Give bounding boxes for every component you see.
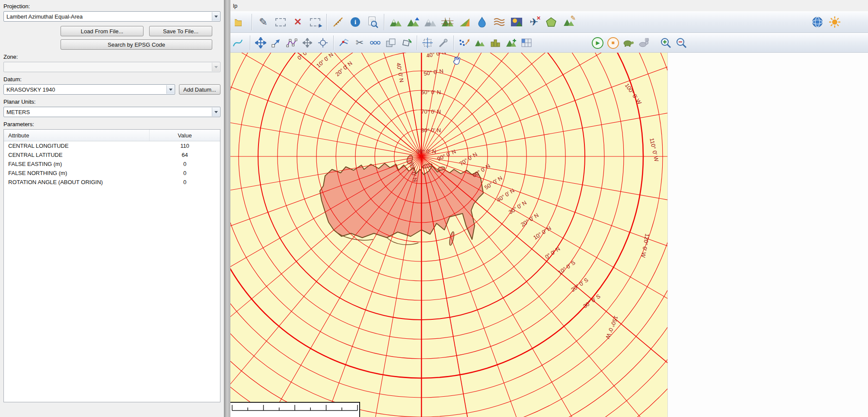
table-row[interactable]: FALSE EASTING (m)0 xyxy=(4,159,220,169)
raster-select-icon[interactable] xyxy=(519,35,534,50)
planar-units-select[interactable]: METERS xyxy=(3,107,220,117)
toolbar-separator xyxy=(252,14,252,30)
datum-label: Datum: xyxy=(3,76,220,83)
main-application: lp ✎✕➤i✈✕✎ ✂▶■ 40° 0' N50° 0' N60° 0' N7… xyxy=(230,0,868,417)
table-row[interactable]: ROTATION ANGLE (ABOUT ORIGIN)0 xyxy=(4,178,220,187)
snap-vertex-icon[interactable] xyxy=(316,35,330,50)
toolbar-separator xyxy=(333,35,334,50)
param-attribute: ROTATION ANGLE (ABOUT ORIGIN) xyxy=(4,178,150,187)
projection-value: Lambert Azimuthal Equal-Area xyxy=(6,13,83,20)
search-epsg-button[interactable]: Search by EPSG Code xyxy=(61,39,212,50)
projection-dialog: Projection: Lambert Azimuthal Equal-Area… xyxy=(0,0,224,417)
parameters-table: Attribute Value CENTRAL LONGITUDE110CENT… xyxy=(3,129,220,402)
digitizer-pencil-icon[interactable]: ✎ xyxy=(255,14,271,30)
param-attribute: FALSE EASTING (m) xyxy=(4,159,150,169)
meridian-line xyxy=(230,53,644,417)
load-from-file-button[interactable]: Load From File... xyxy=(61,26,144,36)
terrain-paint-icon[interactable]: ✎ xyxy=(560,14,577,30)
map-view[interactable]: 40° 0' N50° 0' N60° 0' N70° 0' N80° 0' N… xyxy=(230,53,667,417)
night-view-icon[interactable] xyxy=(844,14,860,30)
graticule-svg xyxy=(230,53,667,417)
column-header-value: Value xyxy=(150,130,220,141)
delete-selected-icon[interactable]: ✕ xyxy=(290,14,306,30)
workspace: 40° 0' N50° 0' N60° 0' N70° 0' N80° 0' N… xyxy=(230,53,868,417)
contour-lines-icon[interactable] xyxy=(491,14,507,30)
projection-select[interactable]: Lambert Azimuthal Equal-Area xyxy=(3,11,220,22)
viewshed-icon[interactable] xyxy=(508,14,525,30)
toolbar-separator xyxy=(326,14,327,30)
toolbar-separator xyxy=(417,35,417,50)
toolbar-separator xyxy=(453,35,454,50)
datum-value: KRASOVSKY 1940 xyxy=(6,86,55,93)
planar-units-label: Planar Units: xyxy=(3,98,220,106)
move-vertex-icon[interactable] xyxy=(269,35,284,50)
globe-view-icon[interactable] xyxy=(809,14,826,30)
area-polygon-icon[interactable] xyxy=(543,14,559,30)
datum-select[interactable]: KRASOVSKY 1940 xyxy=(3,84,175,95)
join-lines-icon[interactable] xyxy=(337,35,351,50)
toolbar-separator xyxy=(384,14,384,30)
toolbar-separator xyxy=(250,35,250,50)
rotate-feature-icon[interactable] xyxy=(399,35,414,50)
watershed-icon[interactable] xyxy=(474,14,490,30)
pin-tool-icon[interactable] xyxy=(436,35,450,50)
folder-partial-icon[interactable] xyxy=(232,14,249,30)
terrain-stamp-icon[interactable] xyxy=(504,35,518,50)
split-line-icon[interactable]: ✂ xyxy=(352,35,367,50)
table-row[interactable]: FALSE NORTHING (m)0 xyxy=(4,169,220,178)
measure-icon[interactable] xyxy=(330,14,346,30)
digitizer-toolbar: ✂▶■ xyxy=(230,33,868,53)
speed-slow-icon[interactable] xyxy=(621,35,636,50)
chevron-down-icon xyxy=(212,63,220,71)
add-datum-button[interactable]: Add Datum... xyxy=(179,84,220,95)
slope-shader-icon[interactable] xyxy=(456,14,473,30)
crosshair-box-icon[interactable] xyxy=(420,35,435,50)
save-to-file-button[interactable]: Save To File... xyxy=(149,26,212,36)
projection-center-marker xyxy=(420,155,423,158)
curve-tool-icon[interactable] xyxy=(232,35,247,50)
menu-help-partial[interactable]: lp xyxy=(231,2,239,10)
param-value[interactable]: 110 xyxy=(150,141,220,150)
buildings-icon[interactable] xyxy=(488,35,503,50)
param-value[interactable]: 0 xyxy=(150,169,220,178)
sun-shading-icon[interactable] xyxy=(827,14,843,30)
zone-select xyxy=(3,62,220,72)
param-attribute: FALSE NORTHING (m) xyxy=(4,169,150,178)
vertex-dots-icon[interactable] xyxy=(368,35,383,50)
scale-bar xyxy=(230,402,360,417)
param-attribute: CENTRAL LONGITUDE xyxy=(4,141,150,150)
pan-select-icon[interactable]: ➤ xyxy=(307,14,323,30)
main-tool bar: ✎✕➤i✈✕✎ xyxy=(230,11,868,33)
terrain-grid-icon[interactable] xyxy=(439,14,456,30)
param-value[interactable]: 0 xyxy=(150,178,220,187)
table-row[interactable]: CENTRAL LONGITUDE110 xyxy=(4,141,220,150)
speed-fast-icon[interactable] xyxy=(637,35,651,50)
zoom-out-icon[interactable] xyxy=(674,35,689,50)
zoom-in-icon[interactable] xyxy=(658,35,673,50)
param-value[interactable]: 64 xyxy=(150,150,220,159)
terrain-export-icon[interactable] xyxy=(405,14,421,30)
edit-vertices-icon[interactable] xyxy=(284,35,299,50)
select-region-icon[interactable] xyxy=(272,14,289,30)
window-edge xyxy=(224,0,230,417)
screen: Projection: Lambert Azimuthal Equal-Area… xyxy=(0,0,868,417)
stop-animation-icon[interactable]: ■ xyxy=(606,35,620,50)
feature-info-icon[interactable]: i xyxy=(347,14,364,30)
play-animation-icon[interactable]: ▶ xyxy=(590,35,605,50)
terrain-create-icon[interactable] xyxy=(387,14,404,30)
terrain-gray-icon[interactable] xyxy=(422,14,438,30)
parameters-table-header: Attribute Value xyxy=(4,130,220,141)
zoom-to-view-icon[interactable] xyxy=(364,14,381,30)
move-feature-icon[interactable] xyxy=(253,35,268,50)
chevron-down-icon xyxy=(212,12,220,21)
param-value[interactable]: 0 xyxy=(150,159,220,169)
offset-copy-icon[interactable] xyxy=(383,35,398,50)
shift-feature-icon[interactable] xyxy=(300,35,315,50)
terrain-mountain-icon[interactable] xyxy=(472,35,487,50)
flight-path-icon[interactable]: ✈✕ xyxy=(526,14,542,30)
parameters-label: Parameters: xyxy=(3,121,220,128)
chevron-down-icon xyxy=(166,85,174,94)
chevron-down-icon xyxy=(212,108,220,116)
table-row[interactable]: CENTRAL LATITUDE64 xyxy=(4,150,220,159)
point-cloud-icon[interactable] xyxy=(457,35,472,50)
